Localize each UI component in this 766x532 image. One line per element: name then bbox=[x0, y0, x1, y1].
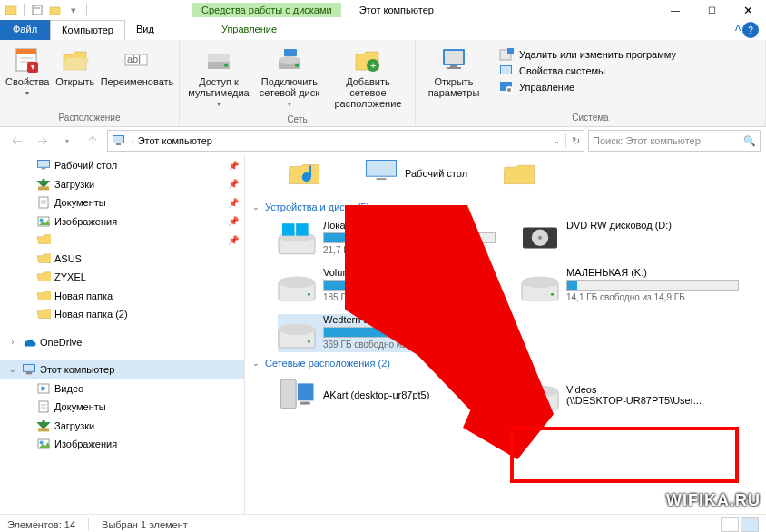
search-icon: 🔍 bbox=[743, 135, 756, 147]
up-button[interactable]: 🡡 bbox=[82, 130, 103, 152]
svg-rect-22 bbox=[450, 65, 457, 67]
sidebar-item[interactable]: Рабочий стол📌 bbox=[0, 156, 244, 175]
svg-point-73 bbox=[308, 340, 310, 343]
svg-point-16 bbox=[295, 64, 299, 67]
sidebar-item[interactable]: Документы📌 bbox=[0, 193, 244, 212]
svg-rect-75 bbox=[298, 383, 314, 400]
network-item[interactable]: AKart (desktop-ur87pt5) bbox=[278, 376, 496, 414]
svg-rect-61 bbox=[296, 223, 308, 235]
ribbon-group-location-label: Расположение bbox=[0, 111, 179, 126]
view-details-button[interactable] bbox=[721, 517, 739, 532]
drive-item[interactable]: Локальный диск (C:)21,7 ГБ свободно из 5… bbox=[278, 220, 496, 258]
drive-item[interactable]: Wedtern Digital HDD (Z:)369 ГБ свободно … bbox=[278, 314, 496, 352]
help-button[interactable]: ? bbox=[742, 22, 759, 38]
manage-button[interactable]: Управление bbox=[499, 80, 676, 94]
svg-rect-32 bbox=[113, 136, 123, 143]
maximize-button[interactable]: ☐ bbox=[693, 0, 730, 20]
sidebar-item[interactable]: 📌 bbox=[0, 231, 244, 250]
minimize-button[interactable]: — bbox=[657, 0, 693, 20]
refresh-icon[interactable]: ↻ bbox=[572, 135, 580, 147]
svg-rect-74 bbox=[280, 379, 296, 409]
address-bar[interactable]: › Этот компьютер ⌄ ↻ bbox=[107, 130, 584, 152]
file-menu[interactable]: Файл bbox=[0, 20, 50, 40]
drive-item[interactable]: DVD RW дисковод (D:) bbox=[521, 220, 739, 258]
recent-dropdown[interactable]: ▾ bbox=[56, 130, 78, 152]
svg-rect-47 bbox=[39, 401, 48, 412]
svg-rect-3 bbox=[50, 7, 60, 15]
breadcrumb[interactable]: › Этот компьютер bbox=[132, 135, 212, 146]
svg-text:ab|: ab| bbox=[127, 54, 141, 64]
svg-rect-37 bbox=[38, 186, 49, 190]
system-properties-button[interactable]: Свойства системы bbox=[499, 64, 676, 78]
folder-item[interactable] bbox=[504, 158, 544, 189]
window-title: Этот компьютер bbox=[359, 5, 434, 15]
sidebar-item[interactable]: Видео bbox=[0, 379, 244, 399]
network-item[interactable]: Videos(\\DESKTOP-UR87PT5\User... bbox=[521, 376, 739, 414]
properties-button[interactable]: Свойства ▾ bbox=[5, 44, 50, 97]
svg-rect-12 bbox=[208, 54, 230, 62]
close-button[interactable]: ✕ bbox=[730, 0, 766, 20]
section-network[interactable]: ⌄ Сетевые расположения (2) bbox=[252, 358, 759, 369]
sidebar-item[interactable]: Новая папка bbox=[0, 287, 244, 306]
svg-rect-36 bbox=[42, 168, 46, 170]
search-input[interactable]: Поиск: Этот компьютер 🔍 bbox=[588, 130, 761, 152]
folder-item[interactable]: Рабочий стол bbox=[365, 158, 467, 189]
tab-view[interactable]: Вид bbox=[125, 20, 165, 40]
svg-rect-54 bbox=[309, 166, 311, 178]
qat-newfolder-icon[interactable] bbox=[48, 3, 63, 17]
chevron-down-icon: ⌄ bbox=[252, 202, 260, 212]
svg-rect-27 bbox=[501, 66, 511, 74]
drive-item[interactable]: Volume (E:)185 ГБ свободно из bbox=[278, 267, 496, 305]
sidebar-item[interactable]: Изображения bbox=[0, 435, 244, 454]
statusbar-selected: Выбран 1 элемент bbox=[102, 519, 188, 530]
qat-dropdown-icon[interactable]: ▾ bbox=[66, 3, 81, 17]
sidebar-item[interactable]: ›OneDrive bbox=[0, 333, 244, 352]
svg-rect-38 bbox=[39, 197, 48, 208]
sidebar-item[interactable]: Загрузки📌 bbox=[0, 175, 244, 194]
rename-button[interactable]: ab| Переименовать bbox=[101, 44, 173, 87]
uninstall-programs-button[interactable]: Удалить или изменить программу bbox=[499, 47, 676, 62]
svg-rect-60 bbox=[282, 223, 294, 235]
svg-point-78 bbox=[522, 386, 558, 398]
section-devices[interactable]: ⌄ Устройства и диски (5) bbox=[252, 202, 759, 212]
svg-point-64 bbox=[538, 236, 542, 240]
sidebar-item[interactable]: ⌄Этот компьютер bbox=[0, 360, 244, 379]
sidebar-item[interactable]: Изображения📌 bbox=[0, 212, 244, 232]
drive-item[interactable]: МАЛЕНЬКАЯ (K:)14,1 ГБ свободно из 14,9 Г… bbox=[521, 267, 739, 305]
svg-point-13 bbox=[224, 64, 228, 67]
annotation-highlight bbox=[510, 427, 739, 483]
svg-rect-0 bbox=[5, 6, 16, 15]
qat-properties-icon[interactable] bbox=[30, 3, 44, 17]
svg-point-66 bbox=[279, 277, 315, 289]
tab-computer[interactable]: Компьютер bbox=[50, 20, 125, 40]
tab-manage[interactable]: Управление bbox=[211, 20, 288, 40]
sidebar-item[interactable]: Новая папка (2) bbox=[0, 305, 244, 324]
svg-point-15 bbox=[279, 56, 300, 64]
ribbon-collapse-icon[interactable]: ᐱ bbox=[735, 24, 741, 40]
svg-rect-5 bbox=[16, 49, 36, 54]
svg-rect-50 bbox=[38, 428, 49, 431]
sidebar-item[interactable]: Загрузки bbox=[0, 417, 244, 436]
open-button[interactable]: Открыть bbox=[54, 44, 98, 87]
media-access-button[interactable]: Доступ к мультимедиа ▾ bbox=[185, 44, 252, 108]
search-placeholder: Поиск: Этот компьютер bbox=[593, 135, 701, 146]
add-network-location-button[interactable]: + Добавить сетевое расположение bbox=[327, 44, 409, 109]
address-dropdown-icon[interactable]: ⌄ bbox=[554, 137, 560, 145]
svg-rect-56 bbox=[367, 161, 396, 176]
svg-point-42 bbox=[40, 218, 44, 222]
svg-rect-23 bbox=[447, 67, 461, 69]
svg-point-67 bbox=[308, 293, 310, 296]
map-drive-button[interactable]: Подключить сетевой диск ▾ bbox=[256, 44, 323, 108]
svg-rect-17 bbox=[284, 49, 297, 56]
open-settings-button[interactable]: Открыть параметры bbox=[421, 44, 486, 98]
forward-button[interactable]: 🡢 bbox=[31, 130, 53, 152]
statusbar-count: Элементов: 14 bbox=[7, 519, 75, 530]
sidebar-item[interactable]: ASUS bbox=[0, 250, 244, 269]
sidebar-item[interactable]: ZYXEL bbox=[0, 268, 244, 287]
sidebar-item[interactable]: Документы bbox=[0, 398, 244, 417]
svg-rect-76 bbox=[300, 402, 310, 405]
back-button[interactable]: 🡠 bbox=[5, 130, 27, 152]
view-icons-button[interactable] bbox=[741, 517, 759, 532]
contextual-tab-title: Средства работы с дисками bbox=[192, 3, 341, 17]
folder-item[interactable] bbox=[289, 158, 329, 189]
